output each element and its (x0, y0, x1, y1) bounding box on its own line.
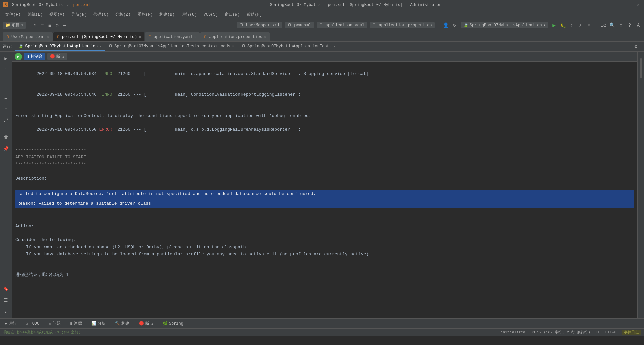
log-consider-h2: If you want an embedded database (H2, HS… (15, 244, 634, 251)
profile-run-button[interactable]: ⚡ (577, 22, 583, 28)
run-tab-close-main[interactable]: ✕ (99, 44, 101, 48)
toolbar-separator-4 (596, 22, 596, 29)
right-scrollbar[interactable] (637, 52, 644, 318)
minus-icon[interactable]: — (61, 22, 67, 28)
console-tab-breakpoint[interactable]: 🔴 断点 (47, 53, 67, 60)
initialized-status: initialized (501, 330, 525, 334)
file-tab-close-properties[interactable]: ✕ (264, 35, 266, 39)
issues-label: 问题 (53, 321, 61, 326)
pom-xml-tab[interactable]: 🗒 pom.xml (285, 22, 314, 28)
log-line-4: 2022-09-18 09:46:54.660 ERROR 21260 --- … (15, 119, 634, 140)
menu-build[interactable]: 构建(B) (157, 11, 177, 18)
update-icon[interactable]: ↻ (452, 22, 458, 28)
menu-run[interactable]: 运行(U) (179, 11, 200, 18)
file-tab-label-properties: application.properties (209, 34, 262, 39)
bottom-tab-build[interactable]: 🔨 构建 (113, 320, 131, 327)
run-settings-icon[interactable]: ⚙ (634, 44, 637, 49)
menu-view[interactable]: 视图(V) (47, 11, 67, 18)
pin-icon[interactable]: 📌 (1, 144, 11, 153)
run-tab-app-tests[interactable]: 🗒 SpringBoot07MybatisApplicationTests ✕ (238, 42, 339, 51)
run-icon[interactable]: ▶ (1, 54, 11, 63)
minimize-button[interactable]: — (621, 3, 626, 7)
run-tab-close-context[interactable]: ✕ (232, 44, 234, 48)
bookmark-icon[interactable]: 🔖 (1, 284, 11, 293)
console-tab-icon: ▮ (27, 54, 29, 59)
regex-icon[interactable]: .* (1, 116, 11, 125)
scrollbar-thumb[interactable] (640, 58, 642, 78)
bottom-tab-run[interactable]: ▶ 运行 (3, 320, 18, 327)
help-icon[interactable]: ? (627, 22, 633, 28)
menu-analyze[interactable]: 分析(Z) (113, 11, 133, 18)
file-name: pom.xml (73, 3, 90, 7)
run-collapse-icon[interactable]: — (639, 44, 641, 49)
encoding[interactable]: UTF-8 (605, 330, 616, 334)
more-run-options[interactable]: ▾ (586, 22, 592, 28)
bottom-tab-breakpoints[interactable]: 🔴 断点 (137, 320, 155, 327)
menu-refactor[interactable]: 重构(R) (135, 11, 156, 18)
bottom-tab-issues[interactable]: ⚠ 问题 (47, 320, 62, 327)
todo-label: TODO (30, 321, 39, 326)
run-tab-context-loads[interactable]: 🗒 SpringBoot07MybatisApplicationTests.co… (105, 42, 237, 51)
menu-navigate[interactable]: 导航(N) (69, 11, 90, 18)
file-tab-pomxml[interactable]: 🗒 pom.xml (SpringBoot-07-Mybatis) ✕ (53, 32, 144, 41)
menu-help[interactable]: 帮助(H) (244, 11, 265, 18)
log-process-exit: 进程已结束，退出代码为 1 (15, 272, 634, 279)
list-icon[interactable]: ≡ (39, 22, 45, 28)
structure-icon[interactable]: ☰ (1, 295, 11, 305)
run-config-chevron[interactable]: ▾ (543, 23, 546, 28)
coverage-button[interactable]: ☂ (569, 22, 575, 28)
console-tab-control[interactable]: ▮ 控制台 (24, 53, 45, 60)
settings2-icon[interactable]: ⚙ (618, 22, 624, 28)
application-yaml-tab[interactable]: 🗒 application.yaml (317, 22, 367, 28)
menu-window[interactable]: 窗口(W) (222, 11, 243, 18)
maximize-button[interactable]: ❐ (629, 3, 633, 7)
bottom-tab-todo[interactable]: ☑ TODO (24, 320, 41, 327)
bottom-tab-analysis[interactable]: 📊 分析 (89, 320, 108, 327)
file-tab-close-yaml[interactable]: ✕ (194, 35, 196, 39)
menu-code[interactable]: 代码(O) (91, 11, 111, 18)
line-ending[interactable]: LF (596, 330, 600, 334)
cursor-position[interactable]: 33:52 (167 字符, 2 行 换行符) (531, 330, 590, 335)
breakpoints-label: 断点 (145, 321, 153, 326)
file-tab-close-usermapper[interactable]: ✕ (47, 35, 49, 39)
filter-icon[interactable]: ≡ (1, 105, 11, 114)
file-tab-usermapper[interactable]: 🗒 UserMapper.xml ✕ (3, 32, 53, 41)
console-content[interactable]: 2022-09-18 09:46:54.634 INFO 21260 --- [… (12, 62, 637, 318)
close-button[interactable]: ✕ (636, 3, 641, 7)
menu-edit[interactable]: 编辑(E) (25, 11, 46, 18)
build-status: 构建在3秒244毫秒中成功完成 (1 分钟 之前) (3, 330, 81, 335)
bottom-tab-spring[interactable]: 🌿 Spring (161, 320, 185, 327)
menu-vcs[interactable]: VCS(S) (201, 12, 220, 18)
file-tab-application-properties[interactable]: 🗒 application.properties ✕ (200, 32, 269, 41)
run-tab-close-tests[interactable]: ✕ (333, 44, 335, 48)
profile-icon[interactable]: 👤 (443, 22, 449, 28)
wrap-icon[interactable]: ↵ (1, 93, 11, 102)
scrollbar-track[interactable] (638, 52, 644, 318)
debug-button[interactable]: 🐛 (560, 22, 566, 28)
settings-icon[interactable]: ⚙ (54, 22, 60, 28)
console-run-button[interactable]: ▶ (15, 53, 22, 60)
cross-icon[interactable]: ⊕ (32, 22, 38, 28)
star-icon[interactable]: ★ (1, 307, 11, 316)
run-tab-main-app[interactable]: 🍃 SpringBoot07MybatisApplication ✕ (15, 42, 105, 51)
app-icon: 🅱 (3, 2, 8, 8)
file-tab-application-yaml[interactable]: 🗒 application.yaml ✕ (145, 32, 200, 41)
application-properties-tab[interactable]: 🗒 application.properties (370, 22, 435, 28)
scroll-up-icon[interactable]: ↑ (1, 65, 11, 74)
menu-file[interactable]: 文件(F) (3, 11, 23, 18)
clear-icon[interactable]: 🗑 (1, 133, 11, 142)
file-tab-close-pomxml[interactable]: ✕ (139, 35, 141, 39)
list2-icon[interactable]: ≣ (47, 22, 53, 28)
vcs-icon[interactable]: ⎇ (600, 22, 606, 28)
bottom-tab-terminal[interactable]: ▮ 终端 (68, 320, 84, 327)
run-button[interactable]: ▶ (551, 22, 557, 28)
event-log[interactable]: 事件日志 (622, 330, 641, 335)
user-mapper-tab[interactable]: 🗒 UserMapper.xml (237, 22, 282, 28)
console-tab-label: 控制台 (31, 54, 43, 59)
search-everywhere-icon[interactable]: 🔍 (609, 22, 615, 28)
log-action-label: Action: (15, 223, 634, 230)
scroll-down-icon[interactable]: ↓ (1, 76, 11, 86)
translate-icon[interactable]: A (635, 22, 641, 28)
project-button[interactable]: 📁 项目 ▾ (3, 22, 26, 29)
log-consider-label: Consider the following: (15, 237, 634, 244)
